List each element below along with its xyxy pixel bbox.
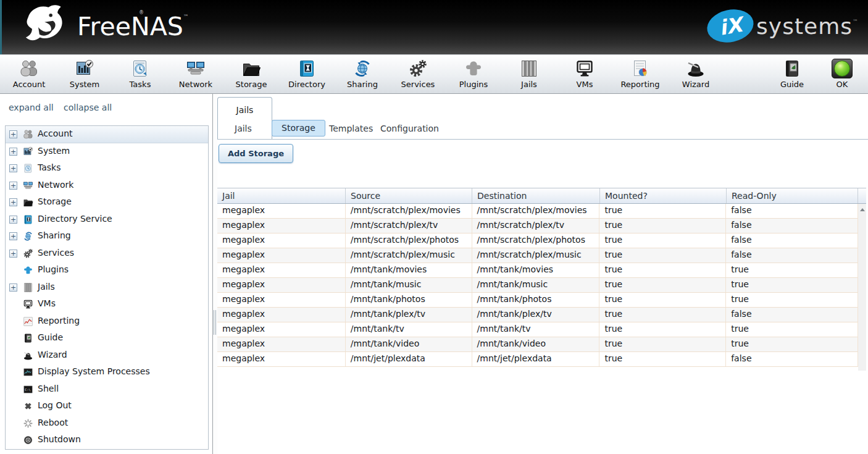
expand-all-link[interactable]: expand all (9, 103, 54, 112)
column-header-mounted[interactable]: Mounted? (600, 188, 727, 203)
table-cell-destination: /mnt/scratch/plex/photos (472, 233, 600, 248)
table-row[interactable]: megaplex/mnt/tank/video/mnt/tank/videotr… (217, 337, 858, 352)
freenas-shark-icon (18, 2, 72, 51)
scroll-up-icon[interactable] (860, 208, 865, 211)
expand-toggle-icon[interactable]: + (9, 232, 17, 240)
table-cell-source: /mnt/scratch/plex/tv (346, 219, 472, 233)
subtab-jails[interactable]: Jails (235, 124, 252, 133)
expand-toggle-icon[interactable]: + (9, 164, 17, 172)
table-scrollbar[interactable] (858, 204, 866, 371)
table-row[interactable]: megaplex/mnt/scratch/plex/photos/mnt/scr… (217, 233, 858, 248)
toolbar-item-ok[interactable]: OK (824, 57, 861, 89)
sidebar-splitter[interactable] (213, 94, 217, 454)
table-cell-readonly: false (726, 204, 858, 218)
toolbar-item-vms[interactable]: VMs (563, 57, 606, 89)
sidebar-item-shell[interactable]: C:\ Shell (6, 381, 208, 398)
sidebar-item-system[interactable]: + System (6, 143, 208, 161)
account-icon (23, 129, 33, 140)
toolbar-item-storage[interactable]: Storage (230, 57, 273, 89)
table-cell-source: /mnt/tank/movies (346, 263, 472, 277)
jails-bars-icon (23, 282, 33, 293)
expand-toggle-icon[interactable]: + (9, 148, 17, 156)
expand-toggle-icon[interactable]: + (9, 182, 17, 190)
sidebar-item-services[interactable]: + Services (6, 245, 208, 263)
table-row[interactable]: megaplex/mnt/tank/tv/mnt/tank/tvtruetrue (217, 322, 858, 337)
add-storage-button[interactable]: Add Storage (219, 144, 293, 163)
column-header-source[interactable]: Source (346, 188, 472, 203)
column-header-jail[interactable]: Jail (217, 188, 346, 203)
table-cell-readonly: true (726, 263, 858, 277)
table-cell-jail: megaplex (217, 337, 346, 351)
sidebar-item-wizard[interactable]: Wizard (6, 347, 208, 364)
toolbar-item-directory[interactable]: Directory (285, 57, 328, 89)
sidebar-item-label: Services (38, 248, 74, 258)
sidebar-item-display-system-processes[interactable]: Display System Processes (6, 364, 208, 381)
table-row[interactable]: megaplex/mnt/scratch/plex/music/mnt/scra… (217, 248, 858, 263)
sidebar-item-directory-service[interactable]: + Directory Service (6, 211, 208, 229)
table-cell-destination: /mnt/tank/video (472, 337, 600, 351)
toolbar-item-system[interactable]: System (63, 57, 106, 89)
toolbar-item-network[interactable]: Network (174, 57, 217, 89)
toolbar-item-wizard[interactable]: Wizard (674, 57, 717, 89)
table-cell-mounted: true (599, 308, 726, 322)
storage-folder-icon (23, 197, 33, 208)
table-row[interactable]: megaplex/mnt/tank/photos/mnt/tank/photos… (217, 293, 858, 308)
services-gears-icon (23, 248, 33, 259)
column-header-destination[interactable]: Destination (472, 188, 600, 203)
network-icon (23, 180, 33, 191)
system-icon (23, 146, 33, 157)
table-row[interactable]: megaplex/mnt/tank/movies/mnt/tank/movies… (217, 263, 858, 278)
table-row[interactable]: megaplex/mnt/tank/music/mnt/tank/musictr… (217, 278, 858, 293)
collapse-all-link[interactable]: collapse all (64, 103, 112, 112)
subtab-configuration[interactable]: Configuration (380, 124, 439, 133)
expand-toggle-icon[interactable]: + (9, 130, 17, 138)
sidebar-item-reboot[interactable]: Reboot (6, 415, 208, 432)
sidebar-item-sharing[interactable]: + Sharing (6, 228, 208, 245)
app-header: ® FreeNAS ™ iX systems ™ (0, 0, 868, 54)
sidebar-item-vms[interactable]: VMs (6, 296, 208, 313)
toolbar-item-label: Tasks (130, 80, 151, 89)
toolbar-item-label: Wizard (682, 80, 709, 89)
toolbar-item-label: Guide (780, 80, 804, 89)
sidebar-item-account[interactable]: + Account (6, 126, 208, 143)
sidebar-item-shutdown[interactable]: Shutdown (6, 432, 208, 449)
toolbar-item-guide[interactable]: Guide (770, 57, 814, 89)
toolbar-item-account[interactable]: Account (7, 57, 51, 89)
table-row[interactable]: megaplex/mnt/tank/plex/tv/mnt/tank/plex/… (217, 308, 858, 322)
sidebar-item-log-out[interactable]: Log Out (6, 398, 208, 415)
sidebar-item-guide[interactable]: Guide (6, 330, 208, 347)
subtab-bar: Jails Storage Templates Configuration (217, 119, 868, 139)
table-cell-mounted: true (599, 219, 726, 233)
toolbar-item-label: Services (401, 80, 435, 89)
toolbar-item-label: Storage (236, 80, 267, 89)
toolbar-item-sharing[interactable]: Sharing (341, 57, 384, 89)
sidebar-item-label: Log Out (38, 400, 72, 410)
expand-toggle-icon[interactable]: + (9, 216, 17, 224)
expand-toggle-icon[interactable]: + (9, 250, 17, 258)
table-cell-mounted: true (599, 248, 726, 263)
table-cell-destination: /mnt/tank/photos (472, 293, 600, 307)
sidebar-item-network[interactable]: + Network (6, 177, 208, 195)
sidebar-item-reporting[interactable]: Reporting (6, 313, 208, 330)
table-cell-readonly: false (726, 233, 858, 248)
subtab-templates[interactable]: Templates (329, 124, 373, 133)
sidebar-item-label: Reboot (38, 418, 68, 427)
column-header-readonly[interactable]: Read-Only (727, 188, 858, 203)
expand-toggle-icon[interactable]: + (9, 198, 17, 206)
sidebar-item-plugins[interactable]: Plugins (6, 262, 208, 279)
toolbar-item-services[interactable]: Services (396, 57, 440, 89)
toolbar-item-tasks[interactable]: Tasks (119, 57, 162, 89)
table-row[interactable]: megaplex/mnt/scratch/plex/tv/mnt/scratch… (217, 219, 858, 233)
table-cell-destination: /mnt/tank/music (472, 278, 600, 292)
expand-toggle-icon[interactable]: + (9, 284, 17, 292)
sidebar-item-jails[interactable]: + Jails (6, 279, 208, 296)
toolbar-item-reporting[interactable]: Reporting (619, 57, 662, 89)
table-row[interactable]: megaplex/mnt/scratch/plex/movies/mnt/scr… (217, 204, 858, 219)
sidebar-item-tasks[interactable]: + Tasks (6, 160, 208, 177)
subtab-storage[interactable]: Storage (272, 120, 325, 137)
toolbar-item-jails[interactable]: Jails (507, 57, 551, 89)
sidebar-item-storage[interactable]: + Storage (6, 194, 208, 211)
table-cell-destination: /mnt/jet/plexdata (472, 352, 600, 366)
toolbar-item-plugins[interactable]: Plugins (452, 57, 495, 89)
table-row[interactable]: megaplex/mnt/jet/plexdata/mnt/jet/plexda… (217, 352, 858, 367)
